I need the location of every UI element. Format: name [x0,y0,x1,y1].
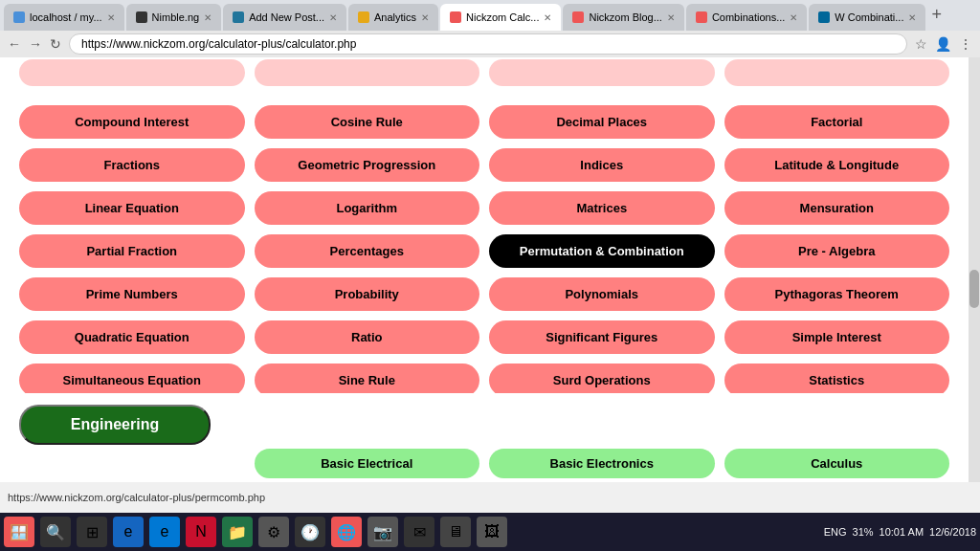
tab-favicon [13,11,25,23]
calc-btn-ratio[interactable]: Ratio [255,320,480,354]
calc-btn-decimal-places[interactable]: Decimal Places [489,105,715,139]
browser-tabs: localhost / my... ✕ Nimble.ng ✕ Add New … [0,0,980,31]
taskbar-settings[interactable]: ⚙ [258,517,289,547]
taskbar: 🪟 🔍 ⊞ e e N 📁 ⚙ 🕐 🌐 📷 ✉ 🖥 🖼 ENG 31% 10:0… [0,513,980,551]
tab-close[interactable]: ✕ [667,12,675,23]
calc-btn-probability[interactable]: Probability [255,277,480,311]
tab-label: Add New Post... [249,11,324,23]
address-input[interactable] [69,33,907,55]
calc-btn-quadratic-equation[interactable]: Quadratic Equation [19,320,245,354]
tab-addpost[interactable]: Add New Post... ✕ [223,4,346,31]
calculator-grid: Compound InterestCosine RuleDecimal Plac… [19,98,949,393]
tab-nickzom-calc[interactable]: Nickzom Calc... ✕ [440,4,561,31]
engineering-section: Engineering [0,393,969,445]
tab-label: Analytics [374,11,416,23]
tab-favicon [136,11,147,23]
taskbar-monitor[interactable]: 🖥 [440,517,471,547]
taskbar-task[interactable]: ⊞ [77,517,107,547]
tab-nimble[interactable]: Nimble.ng ✕ [126,4,222,31]
tab-label: Nickzom Calc... [466,11,539,23]
calc-btn-percentages[interactable]: Percentages [255,234,480,268]
back-button[interactable]: ← [8,36,21,52]
green-buttons-row: Basic ElectricalBasic ElectronicsCalculu… [0,445,969,482]
green-btn-basic-electronics[interactable]: Basic Electronics [489,449,715,478]
tab-close[interactable]: ✕ [790,12,797,23]
tab-analytics[interactable]: Analytics ✕ [348,4,438,31]
tab-close[interactable]: ✕ [421,12,429,23]
tab-wiki-combinati[interactable]: W Combinati... ✕ [809,4,925,31]
calc-btn-cosine-rule[interactable]: Cosine Rule [255,105,480,139]
calc-btn-pythagoras-theorem[interactable]: Pythagoras Theorem [724,277,950,311]
tab-close[interactable]: ✕ [107,12,115,23]
scrollbar-thumb [969,270,979,308]
tab-label: Nimble.ng [152,11,200,23]
new-tab-button[interactable]: + [931,5,942,31]
calc-btn-matrices[interactable]: Matrices [489,191,715,225]
calc-btn-latitude--longitude[interactable]: Latitude & Longitude [724,148,950,182]
calc-btn-indices[interactable]: Indices [489,148,715,182]
calc-btn-sine-rule[interactable]: Sine Rule [255,364,480,393]
taskbar-right: ENG 31% 10:01 AM 12/6/2018 [824,526,976,538]
calc-btn-partial-fraction[interactable]: Partial Fraction [19,234,245,268]
taskbar-files[interactable]: 📁 [222,517,253,547]
taskbar-battery: 31% [853,526,874,538]
tab-label: Combinations... [712,11,785,23]
tab-close[interactable]: ✕ [544,12,551,23]
tab-label: localhost / my... [30,11,102,23]
calc-btn-simple-interest[interactable]: Simple Interest [724,320,950,354]
tab-close[interactable]: ✕ [908,12,916,23]
content-area: Compound InterestCosine RuleDecimal Plac… [0,57,980,513]
tab-combinations[interactable]: Combinations... ✕ [686,4,807,31]
tab-close[interactable]: ✕ [204,12,212,23]
tab-favicon [572,11,584,23]
green-btn-calculus[interactable]: Calculus [724,449,950,478]
taskbar-lang: ENG [824,526,847,538]
calc-btn-polynomials[interactable]: Polynomials [489,277,715,311]
taskbar-edge[interactable]: e [113,517,144,547]
calc-btn-prime-numbers[interactable]: Prime Numbers [19,277,245,311]
profile-button[interactable]: 👤 [935,36,951,52]
status-bar: https://www.nickzom.org/calculator-plus/… [0,482,980,513]
bookmark-button[interactable]: ☆ [915,36,927,52]
taskbar-ie[interactable]: e [149,517,180,547]
calc-btn-fractions[interactable]: Fractions [19,148,245,182]
taskbar-clock[interactable]: 🕐 [295,517,325,547]
menu-button[interactable]: ⋮ [959,36,972,52]
calc-btn-compound-interest[interactable]: Compound Interest [19,105,245,139]
calc-btn-simultaneous-equation[interactable]: Simultaneous Equation [19,364,245,393]
reload-button[interactable]: ↻ [50,36,61,52]
taskbar-pictures[interactable]: 🖼 [477,517,507,547]
calc-btn-significant-figures[interactable]: Significant Figures [489,320,715,354]
taskbar-camera[interactable]: 📷 [368,517,398,547]
calc-btn-factorial[interactable]: Factorial [724,105,950,139]
scrollbar[interactable] [969,57,980,482]
calc-btn-geometric-progression[interactable]: Geometric Progression [255,148,480,182]
main-body: Compound InterestCosine RuleDecimal Plac… [0,57,980,482]
tab-favicon [450,11,461,23]
calc-btn-mensuration[interactable]: Mensuration [724,191,950,225]
calc-btn-linear-equation[interactable]: Linear Equation [19,191,245,225]
taskbar-icons: 🪟 🔍 ⊞ e e N 📁 ⚙ 🕐 🌐 📷 ✉ 🖥 🖼 [4,517,820,547]
taskbar-time: 10:01 AM [880,526,924,538]
calc-btn-surd-operations[interactable]: Surd Operations [489,364,715,393]
tab-nickzom-blog[interactable]: Nickzom Blog... ✕ [563,4,683,31]
taskbar-mail[interactable]: ✉ [404,517,434,547]
calc-btn-logarithm[interactable]: Logarithm [255,191,480,225]
tab-favicon [818,11,830,23]
calc-btn-permutation--combination[interactable]: Permutation & Combination [489,234,715,268]
calc-btn-statistics[interactable]: Statistics [724,364,950,393]
tab-label: Nickzom Blog... [589,11,661,23]
tab-localhost[interactable]: localhost / my... ✕ [4,4,124,31]
calc-btn-pre---algebra[interactable]: Pre - Algebra [724,234,950,268]
taskbar-start[interactable]: 🪟 [4,517,34,547]
forward-button[interactable]: → [29,36,42,52]
taskbar-chrome[interactable]: 🌐 [331,517,362,547]
engineering-button[interactable]: Engineering [19,405,211,445]
taskbar-search[interactable]: 🔍 [40,517,71,547]
tab-close[interactable]: ✕ [329,12,337,23]
tab-favicon [233,11,244,23]
taskbar-app1[interactable]: N [186,517,216,547]
address-bar: ← → ↻ ☆ 👤 ⋮ [0,31,980,57]
tab-favicon [358,11,369,23]
green-btn-basic-electrical[interactable]: Basic Electrical [255,449,480,478]
